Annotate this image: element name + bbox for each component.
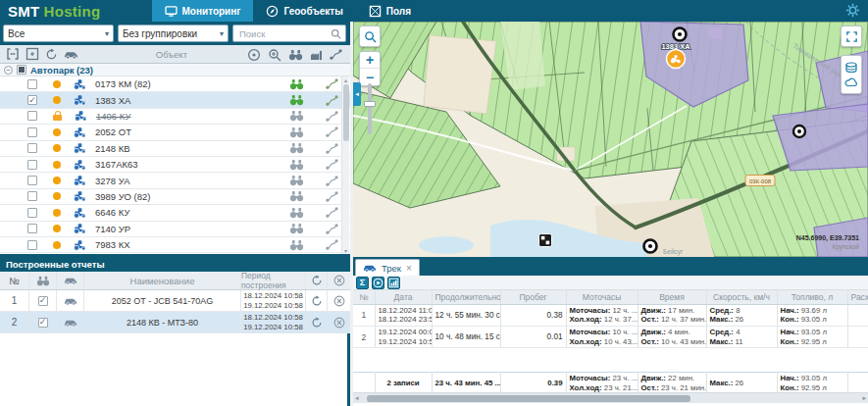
track-route-icon[interactable] [326, 239, 338, 250]
search-input[interactable] [237, 27, 324, 40]
collapse-expander-icon[interactable]: − [4, 66, 13, 75]
col-time[interactable]: Время [638, 290, 706, 304]
locate-binoculars-icon[interactable] [289, 78, 304, 90]
locate-binoculars-icon[interactable] [289, 223, 304, 234]
col-duration[interactable]: Продолжительно... [432, 290, 500, 304]
track-route-icon[interactable] [326, 176, 338, 186]
locate-binoculars-icon[interactable] [289, 127, 304, 138]
vehicle-row[interactable]: 7140 УР [0, 222, 350, 237]
col-speed[interactable]: Скорость, км/ч [706, 290, 777, 304]
vehicle-row[interactable]: 7983 КХ [0, 237, 350, 253]
track-route-icon[interactable] [326, 191, 338, 202]
vehicle-row[interactable]: 2052 ОТ [0, 125, 350, 140]
route-icon[interactable] [330, 49, 342, 60]
zoom-slider[interactable] [368, 83, 372, 134]
scrollbar-thumb[interactable] [343, 84, 349, 141]
chart-icon[interactable] [387, 277, 400, 289]
report-checkbox[interactable] [29, 290, 57, 311]
locate-binoculars-icon[interactable] [289, 142, 304, 154]
close-all-icon[interactable] [328, 272, 350, 289]
locate-binoculars-icon[interactable] [289, 110, 304, 122]
zoom-in-button[interactable]: + [360, 52, 380, 69]
binoculars-icon[interactable] [288, 49, 303, 61]
track-route-icon[interactable] [326, 143, 338, 154]
vehicle-list-scrollbar[interactable]: ▴▾ [341, 76, 349, 254]
track-route-icon[interactable] [326, 127, 338, 137]
vehicle-checkbox[interactable] [27, 79, 37, 89]
tab-monitoring[interactable]: Мониторинг [152, 0, 254, 22]
cloud-icon[interactable] [844, 77, 858, 87]
play-circle-icon[interactable] [372, 277, 384, 289]
fullscreen-button[interactable] [841, 25, 862, 47]
vehicle-row[interactable]: 6646 КУ [0, 205, 350, 221]
vehicle-checkbox[interactable] [27, 224, 37, 233]
car-icon[interactable] [64, 49, 78, 60]
flag-marker[interactable] [539, 234, 552, 247]
vehicle-checkbox[interactable] [27, 176, 37, 185]
sum-icon[interactable]: Σ [356, 277, 369, 289]
show-all-icon[interactable] [6, 47, 20, 61]
vehicle-row[interactable]: 2148 КВ [0, 141, 350, 157]
geofence-marker-1[interactable] [674, 28, 687, 41]
search-icon[interactable] [331, 28, 341, 39]
track-row[interactable]: 1 18.12.2024 11:0118.12.2024 23:56 12 ч.… [353, 304, 868, 326]
vehicle-checkbox[interactable] [27, 127, 37, 137]
report-checkbox[interactable] [29, 312, 57, 332]
vehicle-checkbox[interactable] [27, 111, 37, 121]
locate-binoculars-icon[interactable] [289, 190, 304, 202]
track-route-icon[interactable] [326, 207, 338, 218]
map-area[interactable]: Тимашевский райо... 03К-008 1383 ХА [353, 22, 868, 257]
track-row[interactable]: 2 19.12.2024 00:0119.12.2024 10:50 10 ч.… [353, 326, 868, 347]
zoom-slider-handle[interactable] [364, 101, 376, 107]
report-row[interactable]: 2 2148 КВ - МТЗ-80 18.12.2024 10:5819.12… [0, 312, 350, 333]
col-date[interactable]: Дата [375, 290, 432, 304]
refresh-all-icon[interactable] [306, 272, 328, 289]
vehicle-row[interactable]: 3989 УО (82) [0, 189, 350, 205]
building-icon[interactable] [310, 49, 323, 61]
geofence-marker-3[interactable] [644, 240, 657, 253]
tab-fields[interactable]: Поля [356, 0, 424, 22]
scroll-left-arrow[interactable]: ◂ [355, 394, 359, 402]
track-tab[interactable]: Трек × [355, 259, 420, 276]
locate-binoculars-icon[interactable] [289, 239, 304, 251]
map-search-button[interactable] [359, 25, 381, 47]
col-fuel[interactable]: Топливо, л [777, 290, 847, 304]
scrollbar-thumb[interactable] [367, 395, 690, 402]
col-consumption[interactable]: Расход, [847, 290, 868, 304]
report-close-icon[interactable] [328, 312, 350, 332]
geofence-marker-2[interactable] [793, 126, 805, 137]
locate-binoculars-icon[interactable] [289, 159, 304, 171]
report-refresh-icon[interactable] [306, 312, 328, 332]
col-motohours[interactable]: Моточасы [566, 290, 638, 304]
vehicle-checkbox[interactable] [27, 191, 37, 201]
panel-collapse-handle[interactable]: ◂ [353, 82, 361, 106]
grouping-dropdown[interactable]: Без группировки▾ [118, 25, 229, 42]
report-close-icon[interactable] [328, 290, 350, 311]
vehicle-checkbox[interactable] [27, 160, 37, 170]
group-checkbox[interactable] [17, 65, 26, 75]
refresh-icon[interactable] [45, 48, 58, 61]
track-route-icon[interactable] [326, 159, 338, 170]
filter-dropdown[interactable]: Все▾ [3, 25, 114, 42]
vehicle-checkbox[interactable] [27, 95, 37, 105]
fit-bounds-icon[interactable] [26, 47, 39, 61]
track-route-icon[interactable] [326, 224, 338, 234]
group-row[interactable]: − Автопарк (23) [0, 64, 350, 76]
locate-binoculars-icon[interactable] [289, 175, 304, 186]
vehicle-row[interactable]: 0173 КМ (82) [0, 76, 350, 92]
locate-binoculars-icon[interactable] [289, 94, 304, 106]
vehicle-checkbox[interactable] [27, 240, 37, 250]
gear-icon[interactable] [845, 3, 860, 18]
close-icon[interactable]: × [406, 263, 412, 274]
vehicle-row[interactable]: 3278 УА [0, 173, 350, 188]
scroll-right-arrow[interactable]: ▸ [862, 394, 866, 402]
locate-binoculars-icon[interactable] [289, 207, 304, 219]
horizontal-scrollbar[interactable]: ◂ ▸ [353, 392, 868, 403]
vehicle-row[interactable]: 3167АК63 [0, 157, 350, 173]
report-refresh-icon[interactable] [306, 290, 328, 311]
track-route-icon[interactable] [326, 95, 338, 106]
tab-geoobjects[interactable]: Геообъекты [253, 0, 355, 22]
vehicle-marker[interactable] [667, 50, 686, 69]
vehicle-row[interactable]: 1383 ХА [0, 92, 350, 108]
vehicle-row[interactable]: 1406 КУ [0, 109, 350, 125]
